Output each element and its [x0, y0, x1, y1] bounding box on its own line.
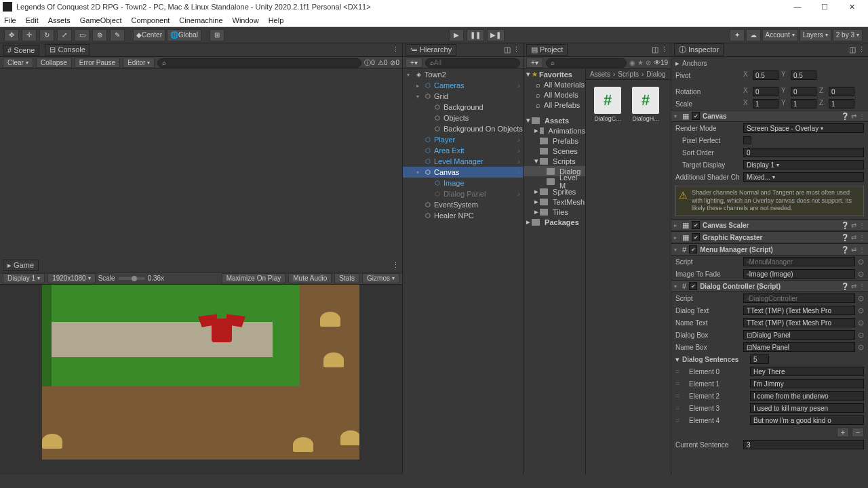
resolution-dropdown[interactable]: 1920x1080 [47, 273, 96, 283]
tab-scene[interactable]: # Scene [3, 45, 39, 56]
stats-button[interactable]: Stats [334, 273, 359, 283]
clear-button[interactable]: Clear [3, 58, 33, 68]
filter-icons[interactable]: ◉ ★ ⊘ [629, 59, 651, 66]
move-tool[interactable]: ✛ [22, 29, 37, 41]
rect-tool[interactable]: ▭ [75, 29, 90, 41]
hierarchy-item[interactable]: ⬡Healer NPC [403, 210, 523, 221]
name-text[interactable]: TText (TMP) (Text Mesh Pro [743, 318, 855, 327]
hierarchy-item[interactable]: ⬡Area Exit› [403, 145, 523, 156]
rot-z[interactable]: 0 [829, 87, 854, 96]
hierarchy-search[interactable]: ⌕ All [425, 58, 520, 68]
menu-gameobject[interactable]: GameObject [80, 16, 122, 24]
element-value[interactable]: I used to kill many pesen [750, 403, 864, 413]
tab-console[interactable]: ⊟ Console [45, 44, 90, 56]
folder-textmesh[interactable]: ▸ TextMesh [524, 197, 585, 207]
pause-button[interactable]: ❚❚ [467, 29, 484, 41]
dialog-sentences-count[interactable]: 5 [750, 354, 769, 364]
all-prefabs[interactable]: ⌕ All Prefabs [524, 100, 585, 110]
sort-order[interactable]: 0 [743, 148, 864, 157]
close-button[interactable]: ✕ [838, 3, 865, 12]
element-value[interactable]: But now I'm a good kind o [750, 415, 864, 425]
all-models[interactable]: ⌕ All Models [524, 89, 585, 100]
console-search[interactable]: ⌕ [157, 58, 361, 68]
folder-tiles[interactable]: ▸ Tiles [524, 207, 585, 217]
step-button[interactable]: ▶❚ [487, 29, 505, 41]
play-button[interactable]: ▶ [449, 29, 464, 41]
scale-slider[interactable] [118, 277, 145, 280]
snap-button[interactable]: ⊞ [210, 29, 224, 41]
project-search[interactable]: ⌕ [546, 58, 627, 68]
menu-help[interactable]: Help [269, 16, 284, 24]
all-materials[interactable]: ⌕ All Materials [524, 79, 585, 89]
tab-hierarchy[interactable]: ≔ Hierarchy [406, 44, 456, 56]
menu-edit[interactable]: Edit [26, 16, 39, 24]
dialog-box[interactable]: ⊡Dialog Panel [743, 330, 855, 340]
menu-assets[interactable]: Assets [48, 16, 71, 24]
hierarchy-item[interactable]: ⬡Background On Objects [403, 123, 523, 134]
hierarchy-item[interactable]: ⬡Level Manager› [403, 156, 523, 167]
hierarchy-item[interactable]: ▾⬡Grid [403, 91, 523, 102]
remove-element[interactable]: − [852, 428, 864, 437]
scale-x[interactable]: 1 [753, 99, 778, 108]
menu-window[interactable]: Window [233, 16, 259, 24]
rotate-tool[interactable]: ↻ [39, 29, 54, 41]
image-to-fade[interactable]: ▫Image (Image) [743, 269, 855, 279]
target-display[interactable]: Display 1 [743, 160, 864, 169]
folder-scenes[interactable]: Scenes [524, 146, 585, 156]
breadcrumb[interactable]: Assets › Scripts › Dialog [586, 69, 671, 80]
folder-animations[interactable]: ▸ Animations [524, 125, 585, 136]
collab-button[interactable]: ✦ [730, 29, 745, 41]
menu-file[interactable]: File [4, 16, 16, 24]
script-asset[interactable]: #DialogH... [631, 87, 660, 122]
element-value[interactable]: Hey There [750, 367, 864, 376]
hierarchy-item[interactable]: ▸⬡Cameras› [403, 80, 523, 91]
collapse-button[interactable]: Collapse [36, 58, 72, 68]
minimize-button[interactable]: — [784, 3, 811, 12]
hierarchy-item[interactable]: ⬡EventSystem [403, 199, 523, 210]
project-add[interactable]: +▾ [526, 58, 543, 68]
additional-shader[interactable]: Mixed... [743, 172, 864, 182]
menu-manager-component[interactable]: ▾#✔Menu Manager (Script)❔ ⇄ ⋮ [671, 243, 868, 256]
tab-inspector[interactable]: ⓘ Inspector [674, 43, 724, 56]
name-box[interactable]: ⊡Name Panel [743, 342, 855, 352]
render-mode[interactable]: Screen Space - Overlay [743, 123, 864, 133]
scale-y[interactable]: 1 [791, 99, 816, 108]
current-sentence[interactable]: 3 [743, 440, 864, 449]
layers-dropdown[interactable]: Layers [800, 29, 831, 41]
canvas-scaler-component[interactable]: ▸▦✔Canvas Scaler❔ ⇄ ⋮ [671, 219, 868, 231]
hand-tool[interactable]: ✥ [4, 29, 19, 41]
tab-game[interactable]: ▸ Game [3, 260, 39, 271]
canvas-component[interactable]: ▾▦✔Canvas❔ ⇄ ⋮ [671, 110, 868, 122]
rot-y[interactable]: 0 [791, 87, 816, 96]
assets-folder[interactable]: ▾ Assets [524, 115, 585, 125]
folder-scripts[interactable]: ▾ Scripts [524, 156, 585, 166]
scale-z[interactable]: 1 [829, 99, 854, 108]
script-asset[interactable]: #DialogC... [593, 87, 623, 122]
folder-levelm[interactable]: Level M [524, 176, 585, 186]
dialog-controller-component[interactable]: ▾#✔Dialog Controller (Script)❔ ⇄ ⋮ [671, 280, 868, 292]
account-dropdown[interactable]: Account [762, 29, 798, 41]
maximize-on-play[interactable]: Maximize On Play [222, 273, 286, 283]
mute-audio[interactable]: Mute Audio [288, 273, 332, 283]
hierarchy-item[interactable]: ⬡Objects [403, 113, 523, 123]
hierarchy-item[interactable]: ⬡Player› [403, 134, 523, 145]
menu-cinemachine[interactable]: Cinemachine [179, 16, 222, 24]
favorites[interactable]: ▾★Favorites [524, 69, 585, 79]
gizmos-dropdown[interactable]: Gizmos [362, 273, 399, 283]
hierarchy-item[interactable]: ⬡Background [403, 102, 523, 113]
graphic-raycaster-component[interactable]: ▸▦✔Graphic Raycaster❔ ⇄ ⋮ [671, 231, 868, 243]
errorpause-button[interactable]: Error Pause [75, 58, 120, 68]
pivot-button[interactable]: ◆Center [133, 29, 165, 41]
hierarchy-add[interactable]: +▾ [406, 58, 422, 68]
custom-tool[interactable]: ✎ [110, 29, 125, 41]
pivot-x[interactable]: 0.5 [753, 70, 778, 80]
transform-tool[interactable]: ⊕ [92, 29, 107, 41]
pixel-perfect-check[interactable] [743, 136, 751, 144]
dialog-text[interactable]: TText (TMP) (Text Mesh Pro [743, 306, 855, 315]
packages-folder[interactable]: ▸ Packages [524, 217, 585, 227]
editor-dropdown[interactable]: Editor [123, 58, 155, 68]
cloud-button[interactable]: ☁ [746, 29, 761, 41]
add-element[interactable]: + [837, 428, 849, 437]
hierarchy-item[interactable]: ⬡Dialog Panel› [403, 188, 523, 199]
hierarchy-item[interactable]: ⬡Image [403, 178, 523, 188]
